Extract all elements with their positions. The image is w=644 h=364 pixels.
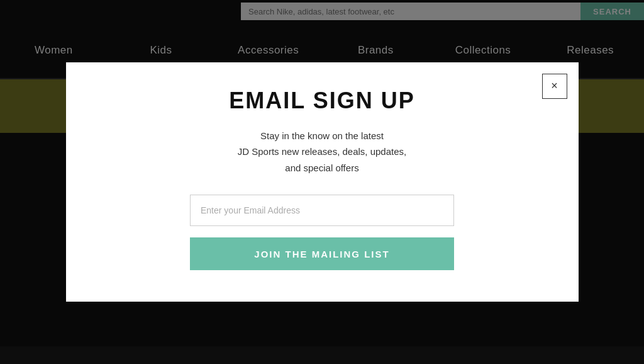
email-signup-modal: × EMAIL SIGN UP Stay in the know on the … <box>66 62 579 302</box>
email-input[interactable] <box>190 195 454 226</box>
modal-title: EMAIL SIGN UP <box>229 88 414 114</box>
modal-close-button[interactable]: × <box>542 74 567 99</box>
modal-description: Stay in the know on the latest JD Sports… <box>238 128 406 176</box>
modal-description-line1: Stay in the know on the latest <box>260 130 384 141</box>
modal-overlay: × EMAIL SIGN UP Stay in the know on the … <box>0 0 644 364</box>
join-mailing-list-button[interactable]: JOIN THE MAILING LIST <box>190 237 454 270</box>
modal-description-line2: JD Sports new releases, deals, updates, <box>238 146 406 157</box>
modal-description-line3: and special offers <box>285 162 358 173</box>
